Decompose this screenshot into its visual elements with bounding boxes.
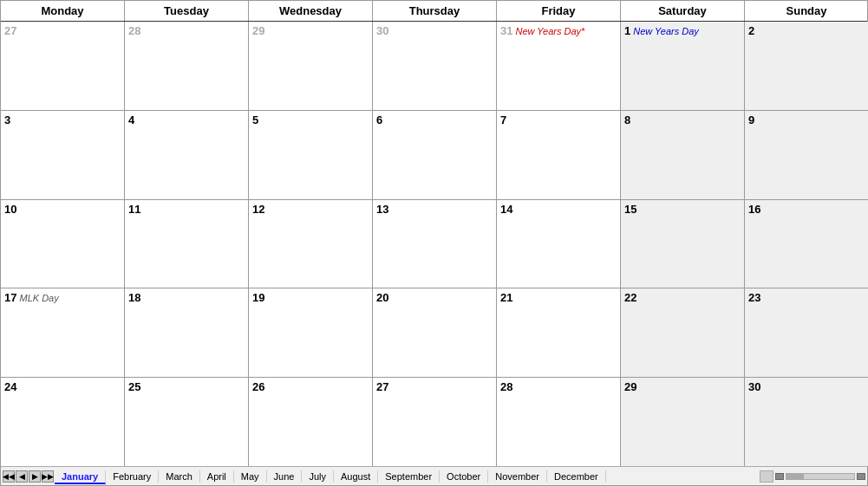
day-number: 25 <box>128 380 140 393</box>
day-number: 26 <box>252 380 264 393</box>
tab-nav-next[interactable]: ▶ <box>29 470 41 483</box>
tab-july[interactable]: July <box>302 470 334 483</box>
tab-june[interactable]: June <box>267 470 303 483</box>
calendar-row-0: 2728293031New Years Day*1New Years Day2 <box>1 22 867 111</box>
day-number: 27 <box>376 380 388 393</box>
holiday-label: MLK Day <box>19 293 58 303</box>
tab-april[interactable]: April <box>200 470 234 483</box>
calendar-cell-r1c6[interactable]: 9 <box>745 111 868 199</box>
tab-february[interactable]: February <box>106 470 159 483</box>
tab-december[interactable]: December <box>547 470 606 483</box>
day-number: 18 <box>128 291 140 304</box>
calendar-cell-r3c3[interactable]: 20 <box>373 288 497 377</box>
calendar-cell-r0c3[interactable]: 30 <box>373 22 497 110</box>
scrollbar-track[interactable] <box>786 473 855 480</box>
calendar-cell-r2c3[interactable]: 13 <box>373 200 497 288</box>
day-number: 5 <box>252 113 258 126</box>
calendar-cell-r1c0[interactable]: 3 <box>1 111 125 199</box>
tab-sheet-icon[interactable] <box>760 470 773 483</box>
calendar-row-4: 24252627282930 <box>1 378 867 466</box>
day-number: 12 <box>252 203 264 216</box>
calendar-cell-r2c0[interactable]: 10 <box>1 200 125 288</box>
tabs-bar: ◀◀ ◀ ▶ ▶▶ JanuaryFebruaryMarchAprilMayJu… <box>1 466 867 485</box>
calendar-cell-r2c5[interactable]: 15 <box>621 200 745 288</box>
calendar-cell-r3c6[interactable]: 23 <box>745 288 868 377</box>
calendar-cell-r3c0[interactable]: 17MLK Day <box>1 288 125 377</box>
calendar-cell-r2c1[interactable]: 11 <box>125 200 249 288</box>
day-number: 8 <box>624 113 630 126</box>
tab-icons <box>760 470 865 483</box>
day-number: 3 <box>4 113 10 126</box>
calendar-cell-r3c1[interactable]: 18 <box>125 288 249 377</box>
calendar-body: 2728293031New Years Day*1New Years Day23… <box>1 22 867 466</box>
calendar-cell-r3c2[interactable]: 19 <box>249 288 373 377</box>
calendar-cell-r1c3[interactable]: 6 <box>373 111 497 199</box>
day-number: 13 <box>376 203 388 216</box>
day-number: 30 <box>376 24 388 37</box>
calendar-cell-r2c2[interactable]: 12 <box>249 200 373 288</box>
calendar-cell-r4c1[interactable]: 25 <box>125 378 249 466</box>
day-number: 7 <box>500 113 506 126</box>
day-number: 29 <box>624 380 636 393</box>
day-number: 16 <box>748 203 760 216</box>
header-day-tuesday: Tuesday <box>125 1 249 21</box>
calendar-cell-r3c4[interactable]: 21 <box>497 288 621 377</box>
day-number: 6 <box>376 113 382 126</box>
calendar-row-2: 10111213141516 <box>1 200 867 289</box>
day-number: 30 <box>748 380 760 393</box>
day-number: 19 <box>252 291 264 304</box>
calendar-cell-r0c4[interactable]: 31New Years Day* <box>497 22 621 110</box>
tab-january[interactable]: January <box>55 470 106 484</box>
day-number: 20 <box>376 291 388 304</box>
day-number: 2 <box>748 24 754 37</box>
holiday-label: New Years Day* <box>515 26 584 36</box>
tab-august[interactable]: August <box>334 470 378 483</box>
day-number: 10 <box>4 203 16 216</box>
calendar-cell-r4c4[interactable]: 28 <box>497 378 621 466</box>
calendar-cell-r2c6[interactable]: 16 <box>745 200 868 288</box>
day-number: 9 <box>748 113 754 126</box>
day-number: 27 <box>4 24 16 37</box>
scroll-right-icon[interactable] <box>857 473 865 480</box>
tab-items-container: JanuaryFebruaryMarchAprilMayJuneJulyAugu… <box>55 470 606 483</box>
calendar-cell-r3c5[interactable]: 22 <box>621 288 745 377</box>
calendar-cell-r0c2[interactable]: 29 <box>249 22 373 110</box>
calendar-cell-r4c2[interactable]: 26 <box>249 378 373 466</box>
tab-october[interactable]: October <box>440 470 488 483</box>
tab-september[interactable]: September <box>378 470 440 483</box>
tab-may[interactable]: May <box>234 470 267 483</box>
calendar-cell-r1c4[interactable]: 7 <box>497 111 621 199</box>
calendar-cell-r0c1[interactable]: 28 <box>125 22 249 110</box>
calendar-cell-r1c5[interactable]: 8 <box>621 111 745 199</box>
header-day-friday: Friday <box>497 1 621 21</box>
calendar-cell-r0c5[interactable]: 1New Years Day <box>621 22 745 110</box>
calendar-cell-r4c0[interactable]: 24 <box>1 378 125 466</box>
day-number: 23 <box>748 291 760 304</box>
header-day-monday: Monday <box>1 1 125 21</box>
calendar-cell-r4c5[interactable]: 29 <box>621 378 745 466</box>
day-number: 29 <box>252 24 264 37</box>
tab-nav-first[interactable]: ◀◀ <box>3 470 15 483</box>
holiday-label: New Years Day <box>633 26 699 36</box>
day-number: 21 <box>500 291 512 304</box>
tab-nav-last[interactable]: ▶▶ <box>42 470 54 483</box>
scroll-left-icon[interactable] <box>775 473 784 480</box>
header-day-thursday: Thursday <box>373 1 497 21</box>
calendar-row-1: 3456789 <box>1 111 867 200</box>
calendar-cell-r4c3[interactable]: 27 <box>373 378 497 466</box>
calendar-cell-r1c2[interactable]: 5 <box>249 111 373 199</box>
tab-nav-prev[interactable]: ◀ <box>16 470 28 483</box>
calendar-cell-r2c4[interactable]: 14 <box>497 200 621 288</box>
day-number: 28 <box>128 24 140 37</box>
calendar-cell-r4c6[interactable]: 30 <box>745 378 868 466</box>
day-number: 15 <box>624 203 636 216</box>
calendar-cell-r0c0[interactable]: 27 <box>1 22 125 110</box>
tab-november[interactable]: November <box>488 470 547 483</box>
calendar-cell-r1c1[interactable]: 4 <box>125 111 249 199</box>
day-number: 28 <box>500 380 512 393</box>
tab-march[interactable]: March <box>159 470 200 483</box>
calendar: MondayTuesdayWednesdayThursdayFridaySatu… <box>0 0 868 486</box>
day-number: 31 <box>500 24 512 37</box>
calendar-cell-r0c6[interactable]: 2 <box>745 22 868 110</box>
day-number: 24 <box>4 380 16 393</box>
